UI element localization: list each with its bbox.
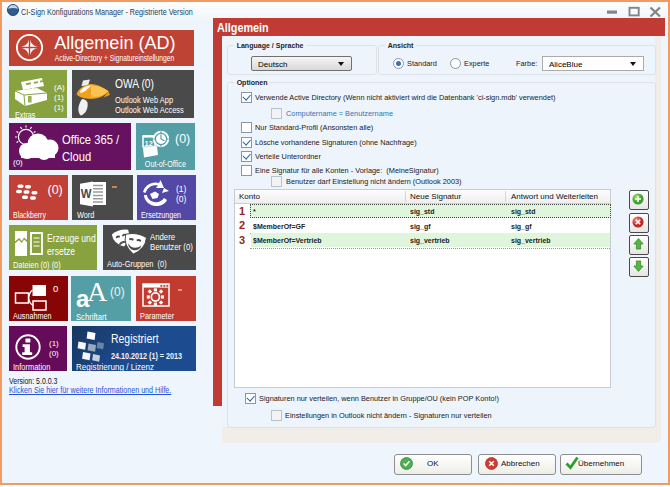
svg-text:12: 12 xyxy=(145,139,153,148)
svg-text:W: W xyxy=(81,187,93,200)
